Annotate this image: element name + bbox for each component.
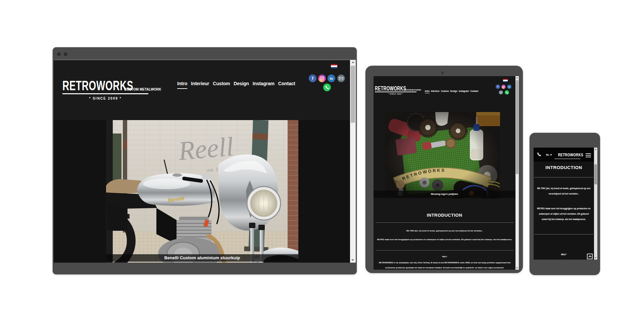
logo-since: * SINCE 2009 * <box>375 93 416 95</box>
hero-caption: Messing logo's polijsten <box>374 191 515 198</box>
nav-item-custom[interactable]: Custom <box>213 81 230 89</box>
desktop-page: RETROWORKS CUSTOM METALWORK * SINCE 2009… <box>54 60 350 263</box>
envelope-glyph <box>500 92 502 94</box>
divider <box>376 250 513 251</box>
tablet-scrollbar[interactable] <box>515 76 519 270</box>
intro-paragraph-2: RETRO staat voor het teruggrijpen op pro… <box>376 236 513 243</box>
scrollbar-down-arrow[interactable] <box>516 267 518 269</box>
nav-item-design[interactable]: Design <box>450 90 457 93</box>
netherlands-flag-icon[interactable] <box>331 64 337 68</box>
language-label: NL <box>546 153 549 156</box>
scrollbar-up-arrow[interactable] <box>352 61 354 63</box>
site-logo[interactable]: RETROWORKS CUSTOM METALWORK * SINCE 2009… <box>62 79 148 100</box>
instagram-icon[interactable] <box>318 74 326 82</box>
whatsapp-icon[interactable] <box>505 90 509 95</box>
main-nav: Intro Interieur Custom Design Instagram … <box>177 81 295 89</box>
logo-tagline: CUSTOM METALWORK <box>404 89 421 91</box>
window-dot-2 <box>64 52 67 56</box>
who-paragraph: RETROWORKS is de werkplaats van mij, Chr… <box>536 259 591 260</box>
instagram-camera-glyph <box>502 86 505 88</box>
tablet-site-logo[interactable]: RETROWORKS CUSTOM METALWORK * SINCE 2009… <box>375 86 416 95</box>
intro-paragraph-1: RE·TRO (de; m) trend of mode, geïnspiree… <box>536 186 591 197</box>
facebook-icon[interactable]: f <box>496 85 500 89</box>
logo-text: RETROWORKS <box>62 79 121 93</box>
window-dot-1 <box>57 52 61 56</box>
scrollbar-thumb[interactable] <box>516 80 518 174</box>
nav-item-intro[interactable]: Intro <box>425 90 430 93</box>
who-title: Wie? <box>376 255 513 258</box>
linkedin-letters: in <box>508 86 510 88</box>
desktop-hero-section: Reell est. 1997 <box>54 120 350 263</box>
logo-text: RETROWORKS <box>375 86 403 92</box>
instagram-camera-glyph <box>320 76 324 80</box>
phone-site-logo[interactable]: RETROWORKS <box>554 152 581 159</box>
nav-item-instagram[interactable]: Instagram <box>253 81 275 89</box>
chevron-up-icon <box>588 255 592 258</box>
whatsapp-phone-glyph <box>506 91 508 94</box>
linkedin-icon[interactable]: in <box>507 85 511 89</box>
divider <box>534 234 593 234</box>
scrollbar-thumb[interactable] <box>351 66 355 123</box>
motorcycle-scene: Reell est. 1997 <box>106 120 298 263</box>
nav-item-instagram[interactable]: Instagram <box>459 90 469 93</box>
nav-item-contact[interactable]: Contact <box>470 90 478 93</box>
logo-tagline: CUSTOM METALWORK <box>124 88 161 91</box>
phone-mockup: NL RETROWORKS INTRODUCTION RE·TRO (de; m… <box>530 133 600 275</box>
tablet-main-nav: Intro Interieur Custom Design Instagram … <box>425 90 478 93</box>
workbench-scene: RETROWORKS <box>385 112 500 199</box>
desktop-browser-mockup: RETROWORKS CUSTOM METALWORK * SINCE 2009… <box>53 47 357 274</box>
linkedin-letters: in <box>330 76 333 80</box>
desktop-scrollbar[interactable] <box>350 60 356 263</box>
linkedin-icon[interactable]: in <box>328 74 335 82</box>
scroll-to-top-button[interactable] <box>587 254 593 259</box>
nav-item-intro[interactable]: Intro <box>177 81 187 89</box>
nav-item-contact[interactable]: Contact <box>278 81 295 89</box>
intro-paragraph-2: RETRO staat voor het teruggrijpen op pro… <box>536 206 591 222</box>
phone-site-header: NL RETROWORKS <box>534 148 594 162</box>
email-icon[interactable] <box>499 90 503 95</box>
scrollbar-thumb[interactable] <box>594 164 597 184</box>
hero-image-workbench: RETROWORKS <box>385 112 500 199</box>
tablet-screen: RETROWORKS CUSTOM METALWORK * SINCE 2009… <box>374 76 519 270</box>
logo-text: RETROWORKS <box>558 153 583 157</box>
hero-caption: Benelli Custom aluminium stuurkuip <box>106 254 298 262</box>
divider <box>376 222 513 223</box>
language-selector[interactable]: NL <box>546 153 552 156</box>
who-title: Wie? <box>536 253 591 256</box>
scrollbar-down-arrow[interactable] <box>351 259 354 261</box>
divider <box>534 177 593 177</box>
phone-screen: NL RETROWORKS INTRODUCTION RE·TRO (de; m… <box>534 148 597 260</box>
responsive-preview-canvas: RETROWORKS CUSTOM METALWORK * SINCE 2009… <box>0 0 644 322</box>
section-title-introduction: INTRODUCTION <box>534 165 594 170</box>
whatsapp-icon[interactable] <box>323 84 331 91</box>
phone-scrollbar[interactable] <box>594 148 597 260</box>
facebook-letter: f <box>312 76 313 81</box>
tablet-camera-dot <box>441 71 444 74</box>
nav-item-interieur[interactable]: Interieur <box>191 81 209 89</box>
email-icon[interactable] <box>337 74 345 82</box>
section-title-introduction: INTRODUCTION <box>374 213 515 218</box>
instagram-icon[interactable] <box>501 85 506 89</box>
logo-since: * SINCE 2009 * <box>62 97 148 100</box>
chevron-down-icon <box>550 154 552 156</box>
tablet-page: RETROWORKS CUSTOM METALWORK * SINCE 2009… <box>374 76 515 270</box>
hero-image-motorcycle: Reell est. 1997 <box>106 120 298 263</box>
who-paragraph: RETROWORKS is de werkplaats van mij, Chr… <box>376 260 513 270</box>
desktop-viewport: RETROWORKS CUSTOM METALWORK * SINCE 2009… <box>54 60 356 263</box>
scrollbar-down-arrow[interactable] <box>595 257 597 259</box>
nav-item-interieur[interactable]: Interieur <box>431 90 440 93</box>
nav-item-custom[interactable]: Custom <box>441 90 449 93</box>
phone-call-icon[interactable] <box>537 152 542 157</box>
scrollbar-up-arrow[interactable] <box>595 149 597 150</box>
envelope-glyph <box>339 77 343 80</box>
hamburger-menu-icon[interactable] <box>586 152 591 158</box>
netherlands-flag-icon[interactable] <box>503 79 508 82</box>
whatsapp-phone-glyph <box>325 85 330 90</box>
phone-page: NL RETROWORKS INTRODUCTION RE·TRO (de; m… <box>534 148 594 260</box>
nav-item-design[interactable]: Design <box>234 81 249 89</box>
intro-paragraph-1: RE·TRO (de; m) trend of mode, geïnspiree… <box>376 228 513 234</box>
desktop-site-header: RETROWORKS CUSTOM METALWORK * SINCE 2009… <box>54 60 350 120</box>
tablet-mockup: RETROWORKS CUSTOM METALWORK * SINCE 2009… <box>365 66 523 273</box>
scrollbar-up-arrow[interactable] <box>516 77 518 78</box>
facebook-icon[interactable]: f <box>309 74 316 82</box>
